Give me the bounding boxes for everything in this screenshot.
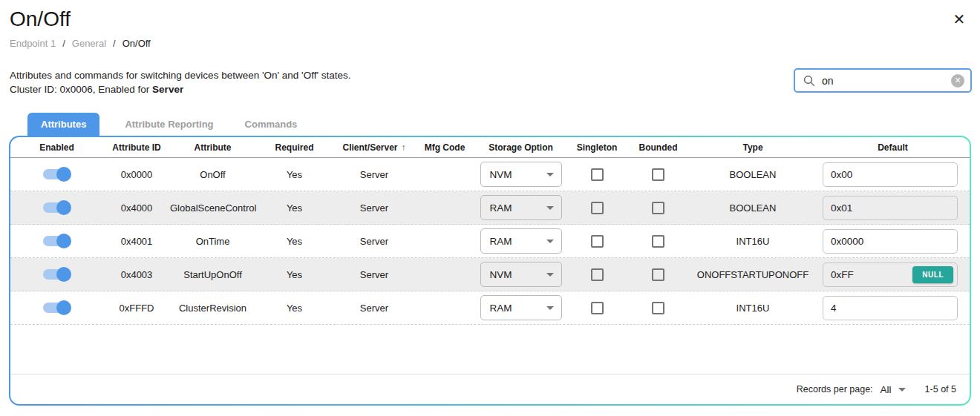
breadcrumb-endpoint[interactable]: Endpoint 1 bbox=[10, 38, 56, 49]
enabled-toggle[interactable] bbox=[43, 200, 71, 215]
attribute-name-cell: GlobalSceneControl bbox=[170, 202, 255, 214]
table-row: 0x4001 OnTime Yes Server RAM INT16U NULL bbox=[10, 225, 970, 258]
col-header-storage-option[interactable]: Storage Option bbox=[474, 142, 567, 153]
table-empty-space bbox=[10, 325, 970, 374]
dropdown-arrow-icon bbox=[546, 306, 554, 310]
enabled-toggle[interactable] bbox=[43, 300, 71, 315]
table-row: 0x4003 StartUpOnOff Yes Server NVM ONOFF… bbox=[10, 258, 970, 291]
attribute-id-cell: 0x0000 bbox=[103, 169, 170, 180]
breadcrumb: Endpoint 1 / General / On/Off bbox=[10, 38, 151, 49]
bounded-checkbox[interactable] bbox=[652, 268, 664, 281]
toggle-thumb bbox=[56, 167, 71, 182]
toggle-thumb bbox=[56, 267, 71, 282]
toggle-thumb bbox=[56, 300, 71, 315]
singleton-checkbox[interactable] bbox=[591, 168, 604, 181]
singleton-checkbox[interactable] bbox=[591, 202, 604, 214]
breadcrumb-separator: / bbox=[62, 38, 65, 49]
dropdown-arrow-icon bbox=[546, 206, 554, 210]
attribute-name-cell: OnTime bbox=[170, 236, 255, 247]
col-header-singleton[interactable]: Singleton bbox=[567, 142, 627, 153]
toggle-thumb bbox=[56, 200, 71, 215]
cluster-description: Attributes and commands for switching de… bbox=[10, 68, 351, 96]
col-header-default[interactable]: Default bbox=[816, 142, 970, 153]
cluster-id-line: Cluster ID: 0x0006, Enabled for Server bbox=[10, 82, 351, 96]
clear-search-icon[interactable]: ✕ bbox=[951, 74, 964, 88]
storage-option-value: RAM bbox=[490, 236, 546, 247]
search-box[interactable]: ✕ bbox=[794, 68, 972, 93]
col-header-client-server[interactable]: Client/Server ↑ bbox=[333, 142, 415, 153]
singleton-checkbox[interactable] bbox=[591, 302, 604, 314]
storage-option-value: NVM bbox=[490, 169, 546, 180]
cluster-description-line: Attributes and commands for switching de… bbox=[10, 68, 351, 82]
sort-asc-icon: ↑ bbox=[402, 142, 406, 153]
type-cell: INT16U bbox=[690, 236, 816, 247]
search-icon bbox=[803, 74, 816, 88]
breadcrumb-current: On/Off bbox=[122, 38, 151, 49]
bounded-checkbox[interactable] bbox=[652, 235, 664, 248]
table-body: 0x0000 OnOff Yes Server NVM BOOLEAN NULL bbox=[10, 158, 970, 325]
client-server-cell: Server bbox=[333, 202, 415, 214]
type-cell: BOOLEAN bbox=[690, 169, 816, 180]
type-cell: BOOLEAN bbox=[690, 202, 816, 214]
col-header-attribute-id[interactable]: Attribute ID bbox=[103, 142, 170, 153]
dropdown-arrow-icon bbox=[546, 240, 554, 243]
bounded-checkbox[interactable] bbox=[652, 302, 664, 314]
required-cell: Yes bbox=[255, 269, 333, 280]
col-header-enabled[interactable]: Enabled bbox=[10, 142, 103, 153]
attribute-name-cell: StartUpOnOff bbox=[170, 269, 255, 280]
storage-option-select[interactable]: NVM bbox=[480, 162, 562, 187]
storage-option-value: RAM bbox=[490, 202, 546, 214]
records-per-page-label: Records per page: bbox=[797, 384, 873, 394]
col-header-type[interactable]: Type bbox=[690, 142, 816, 153]
storage-option-select[interactable]: RAM bbox=[480, 195, 562, 220]
singleton-checkbox[interactable] bbox=[591, 235, 604, 248]
bounded-checkbox[interactable] bbox=[652, 168, 664, 181]
breadcrumb-general[interactable]: General bbox=[72, 38, 106, 49]
required-cell: Yes bbox=[255, 236, 333, 247]
enabled-toggle[interactable] bbox=[43, 267, 71, 282]
storage-option-select[interactable]: RAM bbox=[480, 295, 562, 320]
records-per-page-select[interactable]: All bbox=[881, 384, 906, 395]
table-row: 0x0000 OnOff Yes Server NVM BOOLEAN NULL bbox=[10, 158, 970, 191]
attribute-name-cell: ClusterRevision bbox=[170, 303, 255, 314]
col-header-bounded[interactable]: Bounded bbox=[627, 142, 690, 153]
search-input[interactable] bbox=[822, 75, 951, 87]
col-header-attribute[interactable]: Attribute bbox=[170, 142, 255, 153]
tab-attributes[interactable]: Attributes bbox=[27, 113, 99, 136]
default-value-input[interactable] bbox=[823, 162, 958, 187]
tab-commands[interactable]: Commands bbox=[232, 113, 311, 136]
close-icon[interactable]: ✕ bbox=[949, 9, 970, 30]
toggle-thumb bbox=[56, 234, 71, 248]
attribute-id-cell: 0x4003 bbox=[103, 269, 170, 280]
dropdown-arrow-icon bbox=[546, 173, 554, 176]
col-header-mfg-code[interactable]: Mfg Code bbox=[415, 142, 474, 153]
singleton-checkbox[interactable] bbox=[591, 268, 604, 281]
tab-attribute-reporting[interactable]: Attribute Reporting bbox=[111, 113, 226, 136]
type-cell: INT16U bbox=[690, 303, 816, 314]
enabled-toggle[interactable] bbox=[43, 234, 71, 248]
enabled-toggle[interactable] bbox=[43, 167, 71, 182]
attribute-id-cell: 0x4001 bbox=[103, 236, 170, 247]
default-value-input[interactable] bbox=[823, 296, 958, 320]
cluster-enabled-side: Server bbox=[152, 84, 183, 95]
default-value-input[interactable] bbox=[823, 229, 958, 254]
attribute-name-cell: OnOff bbox=[170, 169, 255, 180]
type-cell: ONOFFSTARTUPONOFF bbox=[690, 269, 816, 280]
table-row: 0x4000 GlobalSceneControl Yes Server RAM… bbox=[10, 191, 970, 225]
storage-option-select[interactable]: NVM bbox=[480, 262, 562, 287]
table-footer: Records per page: All 1-5 of 5 bbox=[10, 374, 970, 404]
client-server-cell: Server bbox=[333, 303, 415, 314]
required-cell: Yes bbox=[255, 303, 333, 314]
client-server-cell: Server bbox=[333, 236, 415, 247]
storage-option-select[interactable]: RAM bbox=[480, 228, 562, 254]
table-header-row: Enabled Attribute ID Attribute Required … bbox=[10, 137, 970, 158]
required-cell: Yes bbox=[255, 169, 333, 180]
bounded-checkbox[interactable] bbox=[652, 202, 664, 214]
null-badge[interactable]: NULL bbox=[912, 266, 953, 283]
table-row: 0xFFFD ClusterRevision Yes Server RAM IN… bbox=[10, 291, 970, 325]
client-server-cell: Server bbox=[333, 269, 415, 280]
tab-bar: Attributes Attribute Reporting Commands bbox=[10, 113, 315, 136]
col-header-required[interactable]: Required bbox=[255, 142, 333, 153]
default-value-input[interactable] bbox=[823, 196, 958, 220]
attribute-id-cell: 0x4000 bbox=[103, 202, 170, 214]
